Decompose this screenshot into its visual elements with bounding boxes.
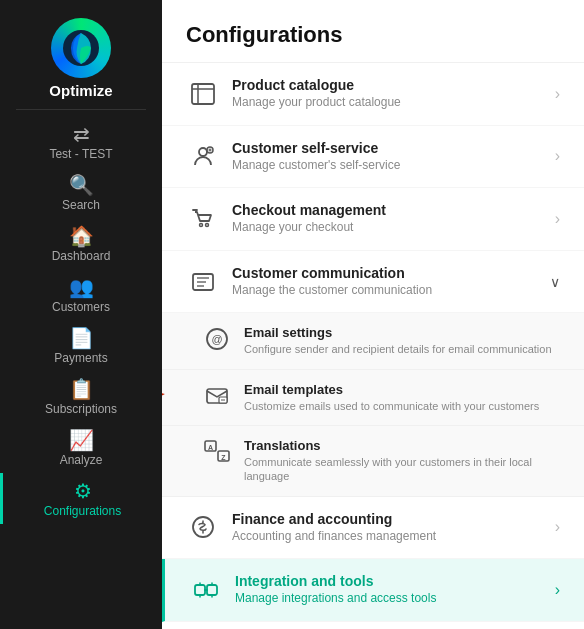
- item-subtitle: Manage your checkout: [232, 220, 547, 236]
- chevron-right-icon: ›: [555, 518, 560, 536]
- payments-icon: 📄: [69, 328, 94, 348]
- chevron-right-icon: ›: [555, 581, 560, 599]
- item-subtitle: Accounting and finances management: [232, 529, 547, 545]
- sidebar-item-label: Dashboard: [52, 249, 111, 263]
- list-item[interactable]: Finance and accounting Accounting and fi…: [162, 497, 584, 560]
- svg-point-8: [200, 223, 203, 226]
- finance-icon: [186, 514, 220, 540]
- configurations-icon: ⚙: [74, 481, 92, 501]
- brand-name: Optimize: [49, 82, 112, 99]
- list-item[interactable]: Customer self-service Manage customer's …: [162, 126, 584, 189]
- svg-point-4: [199, 148, 207, 156]
- sidebar-item-search[interactable]: 🔍 Search: [0, 167, 162, 218]
- item-subtitle: Manage customer's self-service: [232, 158, 547, 174]
- sidebar-item-test[interactable]: ⇄ Test - TEST: [0, 116, 162, 167]
- subscriptions-icon: 📋: [69, 379, 94, 399]
- sub-item-text: Email templates Customize emails used to…: [244, 382, 539, 413]
- sidebar-item-label: Subscriptions: [45, 402, 117, 416]
- customer-communication-icon: [186, 269, 220, 295]
- integration-tools-icon: [189, 577, 223, 603]
- sub-item-title: Translations: [244, 438, 560, 453]
- configurations-list: Product catalogue Manage your product ca…: [162, 63, 584, 629]
- app-logo: [51, 18, 111, 78]
- analyze-icon: 📈: [69, 430, 94, 450]
- home-icon: 🏠: [69, 226, 94, 246]
- customers-icon: 👥: [69, 277, 94, 297]
- svg-text:@: @: [211, 333, 222, 345]
- item-text: Customer communication Manage the custom…: [232, 265, 542, 299]
- item-subtitle: Manage your product catalogue: [232, 95, 547, 111]
- main-content: Configurations Product catalogue Manage …: [162, 0, 584, 629]
- item-subtitle: Manage integrations and access tools: [235, 591, 547, 607]
- sub-items-list: @ Email settings Configure sender and re…: [162, 313, 584, 496]
- item-subtitle: Manage the customer communication: [232, 283, 542, 299]
- sub-item-subtitle: Customize emails used to communicate wit…: [244, 399, 539, 413]
- sidebar-item-customers[interactable]: 👥 Customers: [0, 269, 162, 320]
- switch-icon: ⇄: [73, 124, 90, 144]
- svg-rect-25: [195, 585, 205, 595]
- sub-item-subtitle: Configure sender and recipient details f…: [244, 342, 552, 356]
- item-text: Product catalogue Manage your product ca…: [232, 77, 547, 111]
- sub-item-email-templates[interactable]: Email templates Customize emails used to…: [162, 370, 584, 426]
- sub-item-text: Translations Communicate seamlessly with…: [244, 438, 560, 484]
- annotation-arrow: [162, 373, 167, 421]
- sub-item-email-settings[interactable]: @ Email settings Configure sender and re…: [162, 313, 584, 369]
- sidebar-divider: [16, 109, 146, 110]
- list-item[interactable]: ADMIN Admin and billing Manage your acco…: [162, 622, 584, 629]
- item-text: Customer self-service Manage customer's …: [232, 140, 547, 174]
- item-title: Customer self-service: [232, 140, 547, 156]
- sidebar-item-payments[interactable]: 📄 Payments: [0, 320, 162, 371]
- svg-rect-26: [207, 585, 217, 595]
- item-title: Customer communication: [232, 265, 542, 281]
- item-text: Checkout management Manage your checkout: [232, 202, 547, 236]
- chevron-right-icon: ›: [555, 85, 560, 103]
- customer-self-service-icon: [186, 143, 220, 169]
- sidebar-item-label: Customers: [52, 300, 110, 314]
- search-icon: 🔍: [69, 175, 94, 195]
- sidebar: Optimize ⇄ Test - TEST 🔍 Search 🏠 Dashbo…: [0, 0, 162, 629]
- translations-icon: A Z: [202, 440, 232, 462]
- email-templates-icon: [202, 384, 232, 408]
- item-title: Finance and accounting: [232, 511, 547, 527]
- item-text: Integration and tools Manage integration…: [235, 573, 547, 607]
- list-item[interactable]: Customer communication Manage the custom…: [162, 251, 584, 314]
- sidebar-item-analyze[interactable]: 📈 Analyze: [0, 422, 162, 473]
- sidebar-item-label: Test - TEST: [49, 147, 112, 161]
- item-title: Product catalogue: [232, 77, 547, 93]
- item-title: Checkout management: [232, 202, 547, 218]
- item-title: Integration and tools: [235, 573, 547, 589]
- svg-rect-1: [192, 84, 214, 104]
- sidebar-item-label: Search: [62, 198, 100, 212]
- item-text: Finance and accounting Accounting and fi…: [232, 511, 547, 545]
- sub-item-text: Email settings Configure sender and reci…: [244, 325, 552, 356]
- svg-point-9: [206, 223, 209, 226]
- sidebar-item-label: Analyze: [60, 453, 103, 467]
- product-catalogue-icon: [186, 81, 220, 107]
- chevron-right-icon: ›: [555, 147, 560, 165]
- page-title: Configurations: [162, 0, 584, 63]
- email-settings-icon: @: [202, 327, 232, 351]
- checkout-icon: [186, 206, 220, 232]
- sub-item-title: Email templates: [244, 382, 539, 397]
- sub-item-subtitle: Communicate seamlessly with your custome…: [244, 455, 560, 484]
- chevron-down-icon: ∨: [550, 274, 560, 290]
- sidebar-item-configurations[interactable]: ⚙ Configurations: [0, 473, 162, 524]
- sidebar-item-dashboard[interactable]: 🏠 Dashboard: [0, 218, 162, 269]
- list-item[interactable]: Integration and tools Manage integration…: [162, 559, 584, 622]
- sidebar-item-label: Payments: [54, 351, 107, 365]
- svg-text:A: A: [208, 443, 213, 450]
- list-item[interactable]: Product catalogue Manage your product ca…: [162, 63, 584, 126]
- svg-text:Z: Z: [221, 453, 226, 460]
- sidebar-item-label: Configurations: [44, 504, 121, 518]
- sub-item-translations[interactable]: A Z Translations Communicate seamlessly …: [162, 426, 584, 497]
- sidebar-item-subscriptions[interactable]: 📋 Subscriptions: [0, 371, 162, 422]
- list-item[interactable]: Checkout management Manage your checkout…: [162, 188, 584, 251]
- sub-item-title: Email settings: [244, 325, 552, 340]
- chevron-right-icon: ›: [555, 210, 560, 228]
